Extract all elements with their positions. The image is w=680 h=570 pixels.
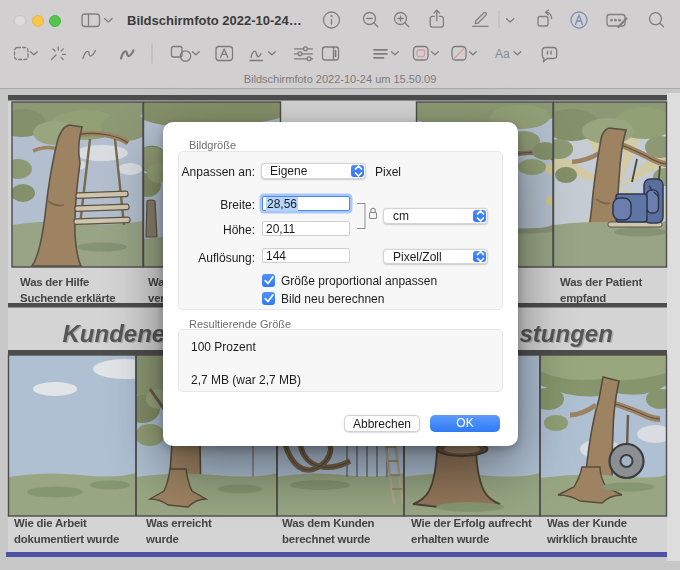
svg-text:erhalten wurde: erhalten wurde	[411, 533, 489, 545]
svg-text:Was der Patient: Was der Patient	[560, 276, 642, 288]
svg-text:Kundene: Kundene	[63, 320, 166, 347]
svg-text:Was erreicht: Was erreicht	[146, 517, 212, 529]
svg-text:Was der Hilfe: Was der Hilfe	[20, 276, 89, 288]
svg-text:dokumentiert wurde: dokumentiert wurde	[14, 533, 119, 545]
svg-text:Was der Kunde: Was der Kunde	[547, 517, 627, 529]
svg-text:Suchende erklärte: Suchende erklärte	[20, 292, 115, 304]
svg-text:berechnet wurde: berechnet wurde	[282, 533, 370, 545]
svg-text:stungen: stungen	[520, 320, 613, 347]
svg-text:Aa: Aa	[495, 47, 510, 61]
svg-text:wirklich brauchte: wirklich brauchte	[546, 533, 637, 545]
svg-text:Wie die Arbeit: Wie die Arbeit	[14, 517, 87, 529]
svg-text:Was dem Kunden: Was dem Kunden	[282, 517, 375, 529]
svg-text:wurde: wurde	[145, 533, 179, 545]
svg-text:Wie der Erfolg aufrecht: Wie der Erfolg aufrecht	[411, 517, 532, 529]
svg-text:empfand: empfand	[560, 292, 606, 304]
